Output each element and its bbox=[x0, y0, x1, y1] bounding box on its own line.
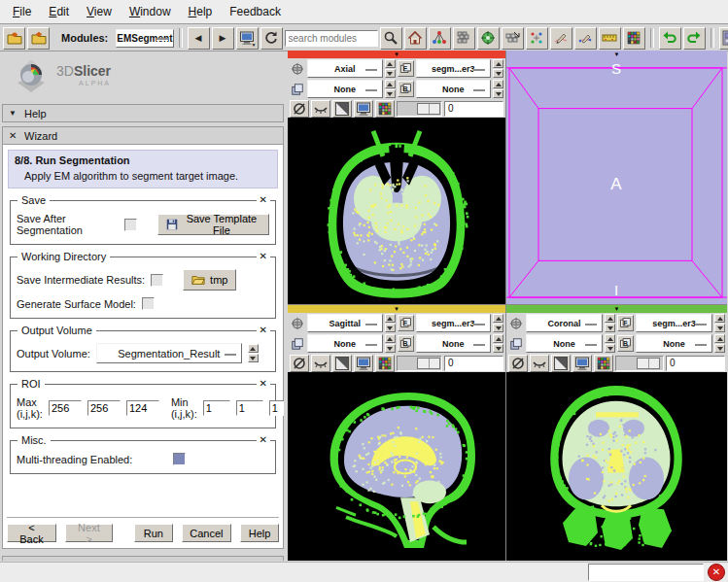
save-group-close-icon[interactable]: ✕ bbox=[257, 194, 270, 205]
sagittal-background-spinner[interactable] bbox=[493, 334, 503, 353]
generate-surface-checkbox[interactable] bbox=[142, 297, 155, 310]
axial-foreground-spinner[interactable] bbox=[493, 59, 503, 78]
colormap-icon[interactable] bbox=[375, 355, 395, 372]
sagittal-image[interactable] bbox=[288, 372, 505, 561]
view3d-canvas[interactable]: S A I bbox=[506, 58, 727, 304]
run-button[interactable]: Run bbox=[134, 524, 173, 542]
working-directory-button[interactable]: tmp bbox=[183, 269, 236, 291]
coronal-offset-value[interactable]: 0 bbox=[666, 356, 725, 371]
background-layer-icon[interactable]: B bbox=[398, 335, 414, 352]
module-back-button[interactable]: ◀ bbox=[188, 27, 210, 50]
axial-background-spinner[interactable] bbox=[493, 80, 503, 98]
slice-plane-icon[interactable] bbox=[508, 316, 524, 331]
sagittal-view-colorbar[interactable]: ▼ bbox=[288, 305, 505, 313]
coronal-view-colorbar[interactable]: ▼ bbox=[506, 305, 727, 313]
slice-plane-icon[interactable] bbox=[290, 316, 305, 331]
sagittal-background-dropdown[interactable]: None bbox=[416, 334, 492, 353]
visibility-icon[interactable] bbox=[530, 355, 549, 372]
output-volume-spinner[interactable] bbox=[248, 344, 259, 362]
coronal-labelmap-dropdown[interactable]: None bbox=[526, 334, 603, 353]
roi-close-icon[interactable]: ✕ bbox=[257, 378, 270, 389]
coronal-background-spinner[interactable] bbox=[714, 334, 725, 353]
menu-help[interactable]: Help bbox=[180, 2, 222, 21]
annotations-module-button[interactable] bbox=[574, 27, 597, 50]
view3d-colorbar[interactable]: ▼ bbox=[506, 51, 727, 58]
modules-dropdown[interactable]: EMSegment bbox=[116, 29, 173, 48]
redo-button[interactable] bbox=[683, 27, 706, 50]
background-layer-icon[interactable]: B bbox=[617, 335, 634, 352]
coronal-labelmap-spinner[interactable] bbox=[605, 334, 615, 353]
misc-close-icon[interactable]: ✕ bbox=[257, 434, 270, 445]
sagittal-offset-slider[interactable] bbox=[397, 356, 442, 371]
roi-min-k-input[interactable] bbox=[269, 400, 284, 416]
menu-file[interactable]: File bbox=[4, 2, 40, 21]
back-button[interactable]: < Back bbox=[7, 524, 56, 542]
axial-offset-value[interactable]: 0 bbox=[444, 101, 503, 117]
coronal-offset-slider[interactable] bbox=[615, 356, 664, 371]
coronal-orientation-spinner[interactable] bbox=[605, 314, 615, 332]
axial-view-colorbar[interactable]: ▼ bbox=[288, 51, 505, 58]
link-controls-icon[interactable] bbox=[508, 355, 528, 372]
roi-max-k-input[interactable] bbox=[126, 400, 159, 416]
sagittal-foreground-spinner[interactable] bbox=[493, 314, 503, 332]
menu-view[interactable]: View bbox=[78, 2, 121, 21]
save-scene-button[interactable] bbox=[27, 27, 50, 50]
search-modules-button[interactable] bbox=[380, 27, 402, 50]
slice-views-panel-header[interactable]: ✕ Manipulate Slice Views bbox=[2, 556, 284, 561]
coronal-foreground-dropdown[interactable]: segm...er3 bbox=[636, 314, 712, 332]
status-message-input[interactable] bbox=[588, 564, 704, 581]
foreground-layer-icon[interactable]: F bbox=[617, 315, 634, 331]
labelmap-layer-icon[interactable] bbox=[508, 336, 524, 352]
screenshot-icon[interactable] bbox=[354, 355, 373, 372]
visibility-icon[interactable] bbox=[311, 100, 330, 118]
coronal-foreground-spinner[interactable] bbox=[714, 314, 725, 332]
home-module-button[interactable] bbox=[404, 27, 427, 50]
sagittal-labelmap-spinner[interactable] bbox=[385, 334, 396, 353]
axial-labelmap-dropdown[interactable]: None bbox=[307, 80, 383, 98]
measurements-module-button[interactable] bbox=[599, 27, 621, 50]
multithreading-checkbox[interactable] bbox=[173, 453, 186, 465]
axial-foreground-dropdown[interactable]: segm...er3 bbox=[416, 59, 492, 78]
coronal-image[interactable] bbox=[506, 372, 727, 561]
sagittal-foreground-dropdown[interactable]: segm...er3 bbox=[416, 314, 492, 332]
menu-edit[interactable]: Edit bbox=[40, 2, 78, 21]
close-icon[interactable]: ✕ bbox=[9, 130, 17, 141]
colormap-icon[interactable] bbox=[375, 100, 395, 118]
close-icon[interactable]: ✕ bbox=[9, 560, 17, 561]
roi-min-i-input[interactable] bbox=[203, 400, 230, 416]
volumes-module-button[interactable] bbox=[453, 27, 475, 50]
help-panel-header[interactable]: ▼ Help bbox=[2, 104, 284, 122]
slider-handle[interactable] bbox=[417, 103, 440, 115]
labelmap-layer-icon[interactable] bbox=[290, 336, 305, 352]
link-controls-icon[interactable] bbox=[290, 100, 309, 118]
axial-orientation-spinner[interactable] bbox=[385, 59, 396, 78]
working-directory-close-icon[interactable]: ✕ bbox=[257, 251, 270, 261]
axial-background-dropdown[interactable]: None bbox=[416, 80, 492, 98]
transforms-module-button[interactable] bbox=[502, 27, 524, 50]
search-modules-input[interactable] bbox=[285, 30, 378, 47]
output-volume-close-icon[interactable]: ✕ bbox=[257, 325, 270, 335]
sagittal-orientation-dropdown[interactable]: Sagittal bbox=[307, 314, 383, 332]
models-module-button[interactable] bbox=[477, 27, 500, 50]
data-module-button[interactable] bbox=[429, 27, 451, 50]
save-intermediate-checkbox[interactable] bbox=[151, 274, 163, 287]
screenshot-icon[interactable] bbox=[354, 100, 373, 118]
coronal-background-dropdown[interactable]: None bbox=[636, 334, 712, 353]
slider-handle[interactable] bbox=[417, 358, 440, 369]
menu-window[interactable]: Window bbox=[121, 2, 180, 21]
axial-offset-slider[interactable] bbox=[397, 101, 442, 117]
background-layer-icon[interactable]: B bbox=[398, 81, 414, 97]
save-after-seg-checkbox[interactable] bbox=[124, 219, 137, 231]
editor-module-button[interactable] bbox=[550, 27, 572, 50]
coronal-orientation-dropdown[interactable]: Coronal bbox=[526, 314, 603, 332]
fade-icon[interactable] bbox=[551, 355, 571, 372]
error-log-button[interactable]: ✕ bbox=[708, 564, 725, 581]
slider-handle[interactable] bbox=[637, 358, 660, 369]
conventional-layout-button[interactable] bbox=[719, 27, 728, 50]
colors-module-button[interactable] bbox=[623, 27, 645, 50]
axial-orientation-dropdown[interactable]: Axial bbox=[307, 59, 383, 78]
help-button[interactable]: Help bbox=[240, 524, 279, 542]
foreground-layer-icon[interactable]: F bbox=[398, 60, 414, 77]
axial-labelmap-spinner[interactable] bbox=[385, 80, 396, 98]
colormap-icon[interactable] bbox=[594, 355, 613, 372]
